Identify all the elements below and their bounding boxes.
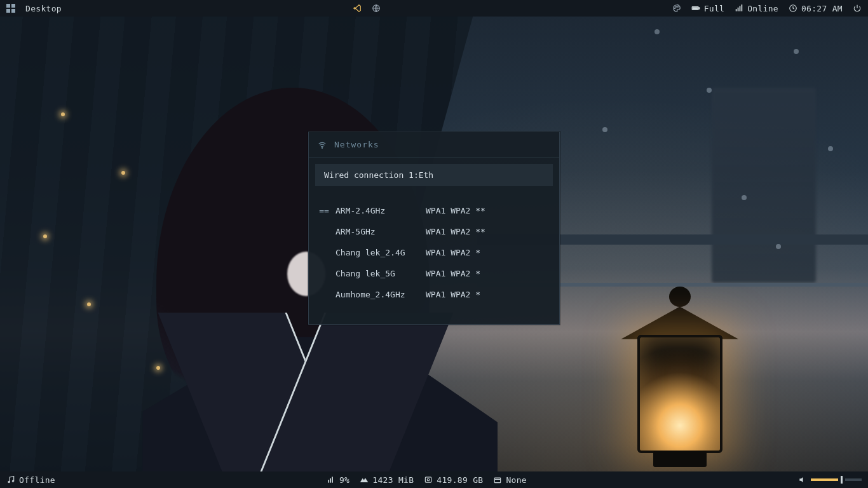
battery-indicator[interactable]: Full (691, 4, 725, 13)
svg-point-1 (674, 8, 675, 8)
network-selected-label: Wired connection 1:Eth (324, 170, 433, 180)
svg-rect-16 (330, 478, 331, 483)
bottom-bar: Offline 9% 1423 MiB 419.89 GB None (0, 471, 868, 488)
network-connected-mark: == (319, 206, 329, 215)
disk-indicator[interactable]: 419.89 GB (424, 475, 483, 485)
network-selected-entry[interactable]: Wired connection 1:Eth (315, 164, 553, 186)
network-ssid: Chang lek_5G (336, 269, 419, 278)
signal-icon (735, 4, 743, 13)
network-ssid: ARM-5GHz (336, 227, 419, 236)
package-icon (493, 475, 502, 484)
svg-point-13 (8, 481, 10, 482)
wallpaper-lantern (613, 270, 747, 473)
updates-label: None (506, 475, 527, 485)
cpu-label: 9% (339, 475, 349, 485)
workspace-indicator[interactable]: Desktop (25, 4, 62, 13)
battery-full-icon (691, 4, 700, 13)
power-icon (853, 4, 862, 13)
svg-rect-18 (426, 477, 431, 482)
ram-icon (360, 475, 369, 484)
network-ssid: ARM-2.4GHz (336, 206, 419, 215)
wifi-icon (318, 140, 327, 149)
disk-icon (424, 475, 433, 484)
power-button[interactable] (853, 4, 862, 13)
network-list: ==ARM-2.4GHzWPA1 WPA2 **ARM-5GHzWPA1 WPA… (309, 198, 559, 324)
cpu-indicator[interactable]: 9% (327, 475, 349, 485)
vscode-icon (353, 4, 362, 13)
svg-rect-5 (693, 8, 698, 9)
volume-icon (798, 475, 807, 484)
ram-indicator[interactable]: 1423 MiB (360, 475, 414, 485)
ram-label: 1423 MiB (372, 475, 414, 485)
top-bar: Desktop Full Online 06:27 AM (0, 0, 868, 17)
launcher-button[interactable] (6, 4, 15, 13)
svg-rect-6 (698, 8, 699, 9)
network-item[interactable]: ARM-5GHzWPA1 WPA2 ** (315, 221, 553, 242)
apps-icon (6, 4, 15, 13)
globe-icon (372, 4, 381, 13)
cpu-chart-icon (327, 475, 336, 484)
network-item[interactable]: ==ARM-2.4GHzWPA1 WPA2 ** (315, 200, 553, 221)
tray-color-picker[interactable] (672, 4, 681, 13)
network-item[interactable]: Chang lek_5GWPA1 WPA2 * (315, 263, 553, 284)
volume-control[interactable] (798, 475, 862, 484)
music-icon (6, 475, 15, 484)
network-ssid: Chang lek_2.4G (336, 248, 419, 257)
music-indicator[interactable]: Offline (6, 475, 55, 485)
svg-point-19 (428, 478, 430, 481)
svg-rect-17 (332, 477, 333, 482)
music-label: Offline (19, 475, 55, 485)
clock-label: 06:27 AM (801, 4, 843, 13)
network-security: WPA1 WPA2 * (426, 269, 480, 278)
clock-indicator[interactable]: 06:27 AM (789, 4, 843, 13)
updates-indicator[interactable]: None (493, 475, 527, 485)
network-security: WPA1 WPA2 * (426, 248, 480, 257)
network-ssid: Aumhome_2.4GHz (336, 290, 419, 299)
network-popup-title: Networks (334, 140, 379, 149)
network-item[interactable]: Chang lek_2.4GWPA1 WPA2 * (315, 242, 553, 263)
battery-label: Full (704, 4, 725, 13)
svg-rect-9 (740, 6, 741, 11)
clock-icon (789, 4, 797, 13)
svg-point-3 (677, 6, 678, 7)
network-item[interactable]: Aumhome_2.4GHzWPA1 WPA2 * (315, 284, 553, 305)
network-indicator[interactable]: Online (735, 4, 778, 13)
workspace-label: Desktop (25, 4, 62, 13)
svg-rect-20 (495, 478, 501, 483)
network-security: WPA1 WPA2 ** (426, 227, 485, 236)
network-popup: Networks Wired connection 1:Eth ==ARM-2.… (308, 132, 560, 325)
palette-icon (672, 4, 681, 13)
network-security: WPA1 WPA2 ** (426, 206, 485, 215)
svg-point-12 (322, 147, 322, 148)
svg-rect-15 (328, 480, 329, 483)
svg-rect-8 (738, 8, 739, 11)
tray-code-editor[interactable] (353, 4, 362, 13)
svg-point-14 (12, 480, 13, 482)
network-label: Online (747, 4, 778, 13)
svg-rect-10 (742, 4, 743, 11)
svg-rect-7 (736, 9, 737, 11)
svg-point-2 (675, 6, 676, 7)
disk-label: 419.89 GB (437, 475, 483, 485)
network-popup-header: Networks (309, 132, 559, 158)
volume-slider[interactable] (811, 478, 862, 482)
network-security: WPA1 WPA2 * (426, 290, 480, 299)
tray-browser[interactable] (372, 4, 381, 13)
